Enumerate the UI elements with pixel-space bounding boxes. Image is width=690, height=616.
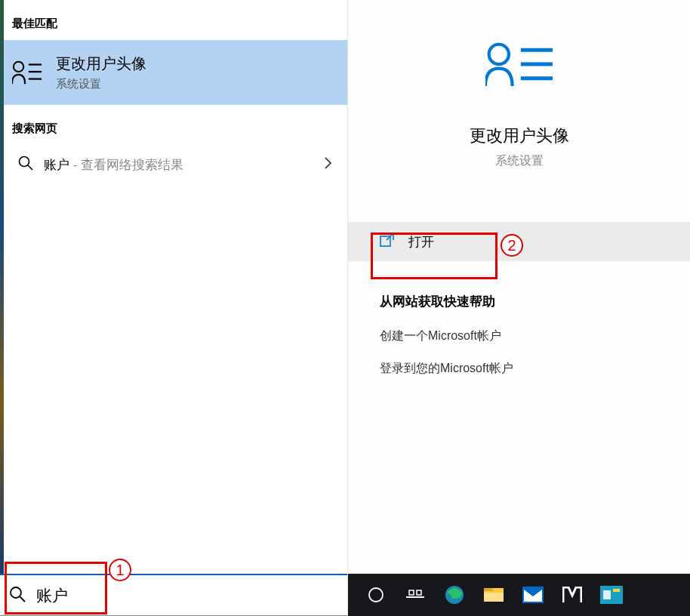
- svg-rect-15: [406, 596, 424, 598]
- taskbar-app-icon[interactable]: [593, 574, 630, 616]
- taskbar-mail-icon[interactable]: [514, 574, 552, 616]
- best-match-result[interactable]: 更改用户头像 系统设置: [0, 40, 347, 105]
- quick-help-section: 从网站获取快速帮助 创建一个Microsoft帐户 登录到您的Microsoft…: [348, 293, 690, 393]
- web-results-header: 搜索网页: [0, 105, 347, 145]
- quick-help-header: 从网站获取快速帮助: [380, 293, 690, 310]
- help-link-sign-in[interactable]: 登录到您的Microsoft帐户: [380, 361, 690, 377]
- svg-point-14: [369, 588, 383, 602]
- open-icon: [380, 233, 395, 251]
- svg-rect-23: [603, 590, 611, 599]
- taskbar-task-view[interactable]: [396, 574, 434, 616]
- svg-point-8: [488, 45, 508, 64]
- search-results-panel: 最佳匹配 更改用户头像 系统设置 搜索网页 账户 - 查看网络搜索结果: [0, 0, 348, 616]
- svg-rect-24: [613, 589, 620, 592]
- user-list-icon-large: [485, 42, 553, 87]
- web-search-result[interactable]: 账户 - 查看网络搜索结果: [0, 145, 347, 184]
- svg-rect-16: [409, 590, 414, 595]
- best-match-text: 更改用户头像 系统设置: [56, 54, 146, 91]
- detail-title: 更改用户头像: [348, 125, 690, 147]
- search-icon: [18, 156, 33, 174]
- svg-rect-17: [417, 590, 421, 595]
- web-result-text: 账户 - 查看网络搜索结果: [44, 156, 314, 174]
- svg-line-5: [28, 165, 32, 170]
- svg-rect-20: [484, 593, 504, 602]
- search-input-container[interactable]: [0, 574, 347, 616]
- chevron-right-icon: [325, 157, 332, 173]
- taskbar: [348, 574, 690, 616]
- open-action-label: 打开: [408, 233, 434, 251]
- best-match-title: 更改用户头像: [56, 54, 146, 74]
- open-action[interactable]: 打开: [348, 222, 690, 261]
- svg-point-4: [20, 157, 29, 167]
- svg-point-6: [11, 587, 21, 598]
- web-result-label: 账户: [44, 158, 69, 172]
- help-link-create-account[interactable]: 创建一个Microsoft帐户: [380, 328, 690, 344]
- best-match-subtitle: 系统设置: [56, 77, 146, 91]
- best-match-header: 最佳匹配: [0, 0, 347, 40]
- taskbar-file-explorer-icon[interactable]: [475, 574, 513, 616]
- search-input[interactable]: [36, 587, 338, 605]
- svg-point-0: [14, 62, 23, 72]
- taskbar-cortana[interactable]: [357, 574, 395, 616]
- detail-subtitle: 系统设置: [348, 153, 690, 169]
- svg-line-7: [20, 596, 26, 602]
- web-result-hint: - 查看网络搜索结果: [69, 158, 183, 172]
- desktop-sliver: [0, 0, 4, 574]
- user-list-icon: [12, 57, 42, 88]
- taskbar-edge-icon[interactable]: [436, 574, 473, 616]
- search-icon: [9, 586, 26, 605]
- taskbar-app-m-icon[interactable]: [553, 574, 591, 616]
- detail-panel: 更改用户头像 系统设置 打开 2 从网站获取快速帮助 创建一个Microsoft…: [348, 0, 690, 616]
